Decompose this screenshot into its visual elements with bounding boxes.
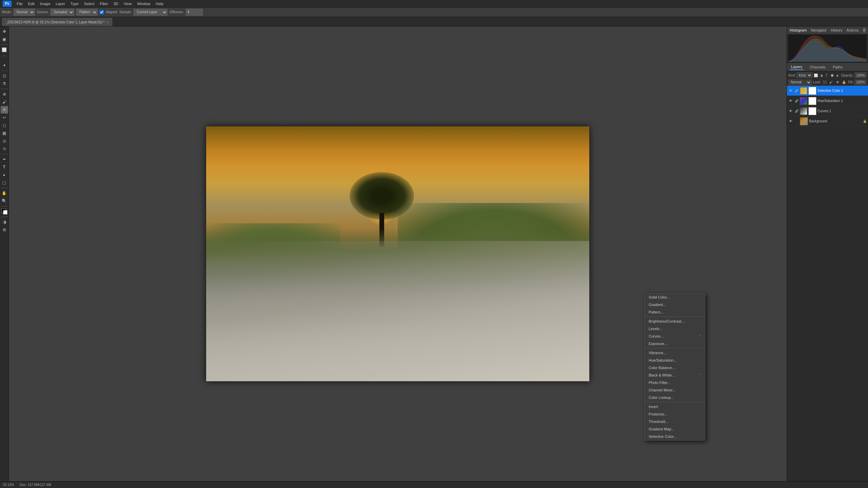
lock-position-icon[interactable]: ✥	[835, 80, 840, 85]
layer-row-curves[interactable]: 👁 🔗 Curves 1	[787, 106, 868, 116]
move-tool[interactable]: ✥	[1, 28, 8, 35]
aligned-checkbox[interactable]	[100, 10, 104, 14]
zoom-tool[interactable]: 🔍	[1, 197, 8, 205]
path-selection-tool[interactable]: ▸	[1, 171, 8, 179]
menu-item-posterize[interactable]: Posterize...	[645, 410, 705, 418]
layer-row-hue-saturation[interactable]: 👁 🔗 Hue/Saturation 1	[787, 96, 868, 106]
pixel-filter-icon[interactable]: ⬜	[814, 73, 818, 78]
layer-visibility-background[interactable]: 👁	[788, 119, 793, 124]
hand-tool[interactable]: ✋	[1, 189, 8, 197]
menu-image[interactable]: Image	[38, 1, 53, 6]
menu-item-levels[interactable]: Levels...	[645, 325, 705, 332]
shape-filter-icon[interactable]: ⬟	[830, 73, 834, 78]
sample-select[interactable]: Current Layer	[134, 9, 167, 16]
blend-mode-select[interactable]: Normal	[788, 80, 812, 85]
menu-item-brightness-contrast[interactable]: Brightness/Contrast...	[645, 318, 705, 325]
menu-item-hue-saturation[interactable]: Hue/Saturation...	[645, 357, 705, 364]
menu-file[interactable]: File	[14, 1, 25, 6]
menu-item-selective-color[interactable]: Selective Color...	[645, 433, 705, 440]
eyedropper-tool[interactable]: ⚗	[1, 80, 8, 87]
menu-item-pattern[interactable]: Pattern...	[645, 308, 705, 316]
menu-help[interactable]: Help	[154, 1, 166, 6]
menu-item-invert[interactable]: Invert	[645, 403, 705, 410]
ai-button[interactable]: AI	[863, 27, 866, 33]
menu-view[interactable]: View	[121, 1, 134, 6]
layer-visibility-curves[interactable]: 👁	[788, 109, 793, 114]
screen-mode[interactable]: ⊞	[1, 226, 8, 233]
layer-link-curves[interactable]: 🔗	[794, 109, 799, 114]
paths-tab[interactable]: Paths	[832, 64, 844, 70]
menu-item-exposure[interactable]: Exposure...	[645, 340, 705, 347]
pen-tool[interactable]: ✒	[1, 156, 8, 163]
menu-type[interactable]: Type	[68, 1, 81, 6]
lock-all-icon[interactable]: 🔒	[841, 80, 847, 85]
layers-tab[interactable]: Layers	[790, 64, 804, 70]
smart-filter-icon[interactable]: ◈	[835, 73, 840, 78]
channels-tab[interactable]: Channels	[808, 64, 827, 70]
layer-mask-selective-color[interactable]	[808, 87, 816, 95]
fill-input[interactable]	[854, 80, 867, 85]
navigator-tab[interactable]: Navigator	[811, 28, 827, 32]
actions-tab[interactable]: Actions	[846, 28, 859, 32]
layer-link-hue-saturation[interactable]: 🔗	[794, 99, 799, 103]
document-tab[interactable]: _DSC8622-HDR.tif @ 33.1% (Selective Colo…	[2, 18, 112, 26]
type-tool[interactable]: T	[1, 163, 8, 171]
magic-wand-tool[interactable]: ✦	[1, 62, 8, 69]
mode-select[interactable]: Normal	[14, 9, 35, 16]
canvas-image[interactable]	[206, 126, 589, 381]
type-filter-icon[interactable]: T	[825, 73, 829, 78]
layer-mask-hue-saturation[interactable]	[808, 97, 816, 105]
color-swatches[interactable]	[1, 208, 7, 215]
quick-mask-mode[interactable]: ◑	[1, 218, 8, 226]
menu-item-solid-color[interactable]: Solid Color...	[645, 293, 705, 301]
menu-item-gradient[interactable]: Gradient...	[645, 301, 705, 308]
lock-transparent-icon[interactable]: ⬛	[822, 80, 827, 85]
history-brush-tool[interactable]: ↩	[1, 114, 8, 121]
lasso-tool[interactable]: ⌒	[1, 54, 8, 61]
rectangle-tool[interactable]: ▢	[1, 179, 8, 186]
menu-item-curves[interactable]: Curves... "	[645, 332, 705, 340]
history-tab[interactable]: History	[831, 28, 842, 32]
blur-tool[interactable]: ◎	[1, 137, 8, 145]
menu-item-vibrance[interactable]: Vibrance...	[645, 349, 705, 357]
layer-link-selective-color[interactable]: 🔗	[794, 88, 799, 93]
clone-stamp-tool[interactable]: ✲	[1, 106, 8, 114]
right-panel: Histogram Navigator History Actions AI	[787, 26, 868, 481]
brush-tool[interactable]: 🖌	[1, 98, 8, 106]
eraser-tool[interactable]: ◻	[1, 122, 8, 129]
menu-3d[interactable]: 3D	[111, 1, 121, 6]
menu-item-black-white[interactable]: Black & White... "	[645, 371, 705, 379]
menu-filter[interactable]: Filter	[97, 1, 110, 6]
menu-layer[interactable]: Layer	[53, 1, 67, 6]
kind-select[interactable]: Kind	[796, 73, 812, 78]
pattern-select[interactable]: Pattern	[76, 9, 98, 16]
menu-window[interactable]: Window	[135, 1, 153, 6]
layer-row-background[interactable]: 👁 · Background 🔒	[787, 116, 868, 126]
dodge-tool[interactable]: ⊙	[1, 145, 8, 152]
source-select[interactable]: Sampled	[51, 9, 74, 16]
layer-visibility-hue-saturation[interactable]: 👁	[788, 99, 793, 103]
menu-item-threshold[interactable]: Threshold...	[645, 418, 705, 425]
healing-brush-tool[interactable]: ⊕	[1, 90, 8, 98]
menu-select[interactable]: Select	[82, 1, 97, 6]
adjust-filter-icon[interactable]: ◑	[819, 73, 823, 78]
lock-image-icon[interactable]: 🖌	[828, 80, 834, 85]
gradient-tool[interactable]: ▦	[1, 129, 8, 137]
menu-edit[interactable]: Edit	[26, 1, 37, 6]
histogram-tab[interactable]: Histogram	[790, 28, 807, 32]
layer-row-selective-color[interactable]: 👁 🔗 Selective Color 1	[787, 86, 868, 96]
diffusion-input[interactable]	[186, 9, 203, 16]
menu-item-color-balance[interactable]: Color Balance...	[645, 364, 705, 371]
menu-item-gradient-map[interactable]: Gradient Map...	[645, 425, 705, 433]
menu-item-channel-mixer[interactable]: Channel Mixer...	[645, 386, 705, 394]
artboard-tool[interactable]: ▣	[1, 36, 8, 43]
menu-item-photo-filter[interactable]: Photo Filter...	[645, 379, 705, 386]
layer-mask-curves[interactable]	[808, 107, 816, 115]
background-color[interactable]	[3, 210, 7, 215]
layer-visibility-selective-color[interactable]: 👁	[788, 88, 793, 93]
rectangular-marquee-tool[interactable]: ⬜	[1, 46, 8, 54]
menu-item-color-lookup[interactable]: Color Lookup...	[645, 394, 705, 401]
crop-tool[interactable]: ⊡	[1, 72, 8, 80]
tab-close-button[interactable]: ×	[106, 21, 108, 24]
opacity-input[interactable]	[854, 73, 867, 78]
